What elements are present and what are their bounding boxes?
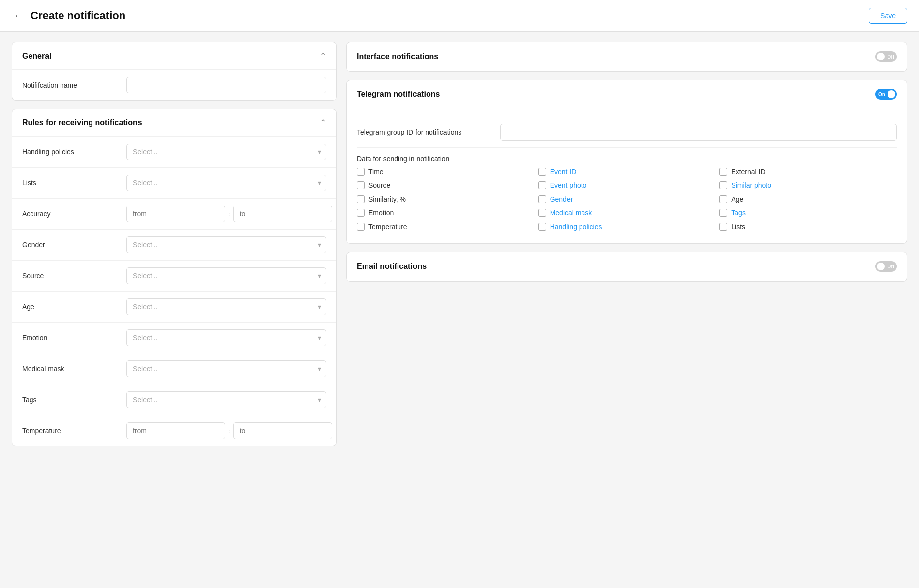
- select-tags[interactable]: Select...: [126, 391, 326, 408]
- range-inputs-9: :: [126, 422, 332, 439]
- range-separator-9: :: [228, 427, 230, 435]
- checkbox-label-9: Emotion: [368, 209, 394, 217]
- rules-field-control-4: Select...: [126, 267, 326, 284]
- rules-field-label-8: Tags: [22, 396, 121, 404]
- toggle-knob: [877, 263, 885, 270]
- email-notifications-card: Email notifications Off: [346, 252, 907, 282]
- select-wrapper-7: Select...: [126, 360, 326, 377]
- checkbox-label-8: Age: [731, 195, 743, 203]
- telegram-notifications-toggle[interactable]: On: [875, 89, 897, 100]
- checkbox-temperature[interactable]: [357, 223, 365, 231]
- range-to-input-2[interactable]: [233, 206, 332, 222]
- toggle-text: Off: [888, 54, 894, 59]
- checkbox-item-5: Similar photo: [719, 181, 897, 189]
- header-left: ← Create notification: [12, 9, 125, 23]
- notification-name-row: Notififcation name: [12, 70, 336, 100]
- rules-field-label-3: Gender: [22, 241, 121, 249]
- checkbox-external-id[interactable]: [719, 168, 727, 176]
- checkbox-label-0: Time: [368, 168, 384, 176]
- page-title: Create notification: [31, 9, 125, 22]
- checkbox-source[interactable]: [357, 181, 365, 189]
- checkbox-tags[interactable]: [719, 209, 727, 217]
- checkbox-emotion[interactable]: [357, 209, 365, 217]
- checkbox-item-1: Event ID: [538, 168, 716, 176]
- select-wrapper-8: Select...: [126, 391, 326, 408]
- select-wrapper-5: Select...: [126, 298, 326, 315]
- checkbox-label-7: Gender: [550, 195, 573, 203]
- notification-name-input[interactable]: [126, 77, 326, 93]
- checkbox-item-7: Gender: [538, 195, 716, 203]
- rules-field-row-4: SourceSelect...: [12, 261, 336, 292]
- interface-notifications-title: Interface notifications: [357, 52, 438, 61]
- range-to-input-9[interactable]: [233, 422, 332, 439]
- interface-notifications-header: Interface notifications Off: [347, 42, 907, 71]
- rules-field-control-5: Select...: [126, 298, 326, 315]
- rules-field-control-7: Select...: [126, 360, 326, 377]
- select-emotion[interactable]: Select...: [126, 329, 326, 346]
- rules-field-label-7: Medical mask: [22, 365, 121, 373]
- checkbox-lists[interactable]: [719, 223, 727, 231]
- rules-field-label-9: Temperature: [22, 427, 121, 435]
- checkbox-gender[interactable]: [538, 195, 546, 203]
- checkbox-label-1: Event ID: [550, 168, 577, 176]
- select-age[interactable]: Select...: [126, 298, 326, 315]
- checkbox-event-id[interactable]: [538, 168, 546, 176]
- checkbox-label-12: Temperature: [368, 223, 407, 231]
- checkbox-label-10: Medical mask: [550, 209, 592, 217]
- checkbox-age[interactable]: [719, 195, 727, 203]
- rules-field-row-6: EmotionSelect...: [12, 323, 336, 353]
- checkbox-similarity-%[interactable]: [357, 195, 365, 203]
- rules-title: Rules for receiving notifications: [22, 118, 142, 127]
- checkbox-similar-photo[interactable]: [719, 181, 727, 189]
- checkbox-item-8: Age: [719, 195, 897, 203]
- range-from-input-2[interactable]: [126, 206, 225, 222]
- checkbox-time[interactable]: [357, 168, 365, 176]
- notification-name-control: [126, 77, 326, 93]
- save-button[interactable]: Save: [869, 8, 907, 24]
- checkbox-label-13: Handling policies: [550, 223, 602, 231]
- select-source[interactable]: Select...: [126, 267, 326, 284]
- checkbox-label-2: External ID: [731, 168, 765, 176]
- checkbox-item-6: Similarity, %: [357, 195, 534, 203]
- select-lists[interactable]: Select...: [126, 175, 326, 191]
- rules-field-control-1: Select...: [126, 175, 326, 191]
- checkbox-item-0: Time: [357, 168, 534, 176]
- rules-card-body: Handling policiesSelect...ListsSelect...…: [12, 137, 336, 446]
- rules-field-control-8: Select...: [126, 391, 326, 408]
- general-card: General ⌃ Notififcation name: [12, 42, 337, 101]
- interface-notifications-card: Interface notifications Off: [346, 42, 907, 72]
- checkbox-label-6: Similarity, %: [368, 195, 406, 203]
- checkbox-label-5: Similar photo: [731, 181, 771, 189]
- select-medical-mask[interactable]: Select...: [126, 360, 326, 377]
- rules-card: Rules for receiving notifications ⌃ Hand…: [12, 109, 337, 446]
- email-notifications-toggle[interactable]: Off: [875, 261, 897, 272]
- toggle-text: On: [878, 92, 885, 97]
- rules-field-row-7: Medical maskSelect...: [12, 353, 336, 384]
- telegram-group-id-input[interactable]: [500, 124, 897, 141]
- rules-field-control-2: :: [126, 206, 332, 222]
- interface-notifications-toggle[interactable]: Off: [875, 51, 897, 62]
- general-card-header: General ⌃: [12, 42, 336, 70]
- telegram-group-id-row: Telegram group ID for notifications: [357, 117, 897, 148]
- checkbox-event-photo[interactable]: [538, 181, 546, 189]
- range-separator-2: :: [228, 210, 230, 218]
- select-gender[interactable]: Select...: [126, 236, 326, 253]
- checkbox-label-11: Tags: [731, 209, 746, 217]
- select-handling-policies[interactable]: Select...: [126, 144, 326, 160]
- general-title: General: [22, 52, 52, 60]
- rules-field-label-4: Source: [22, 272, 121, 280]
- checkbox-item-11: Tags: [719, 209, 897, 217]
- checkbox-medical-mask[interactable]: [538, 209, 546, 217]
- rules-field-control-6: Select...: [126, 329, 326, 346]
- checkbox-item-2: External ID: [719, 168, 897, 176]
- rules-chevron-icon[interactable]: ⌃: [320, 118, 326, 127]
- checkbox-item-4: Event photo: [538, 181, 716, 189]
- notification-name-label: Notififcation name: [22, 81, 121, 89]
- general-chevron-icon[interactable]: ⌃: [320, 51, 326, 60]
- email-notifications-header: Email notifications Off: [347, 252, 907, 281]
- checkbox-label-3: Source: [368, 181, 390, 189]
- back-button[interactable]: ←: [12, 9, 25, 23]
- range-from-input-9[interactable]: [126, 422, 225, 439]
- checkbox-handling-policies[interactable]: [538, 223, 546, 231]
- data-sending-label: Data for sending in notification: [357, 148, 897, 168]
